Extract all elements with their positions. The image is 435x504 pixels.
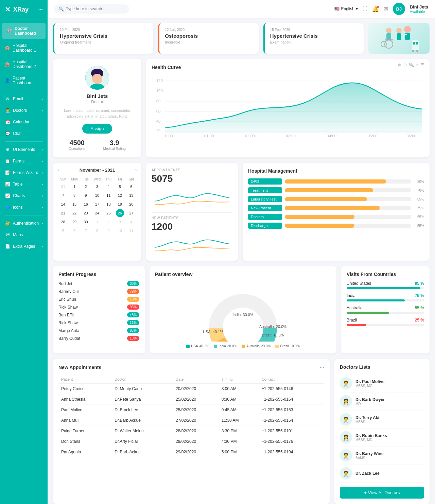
calendar-day[interactable]: 14 bbox=[59, 200, 67, 208]
calendar-day[interactable]: 9 bbox=[82, 191, 90, 199]
calendar-day[interactable]: 4 bbox=[104, 183, 112, 191]
auth-icon: 🔐 bbox=[5, 221, 10, 226]
calendar-day[interactable]: 3 bbox=[116, 218, 124, 226]
sidebar-item-label: Icons bbox=[13, 205, 23, 210]
patient-progress-row: Bud Jet 30% bbox=[58, 281, 139, 286]
calendar-day[interactable]: 7 bbox=[59, 191, 67, 199]
calendar-day[interactable]: 8 bbox=[70, 191, 79, 199]
sidebar-item-hospital-2[interactable]: 🏨 Hospital Dashboard 2 bbox=[0, 56, 48, 72]
mgmt-bar-bg bbox=[285, 179, 411, 184]
sidebar-item-doctor-dashboard[interactable]: 🏥 Doctor Dashboard bbox=[2, 23, 46, 39]
search-icon: 🔍 bbox=[58, 6, 64, 12]
message-button[interactable]: ✉ bbox=[384, 6, 388, 12]
calendar-day[interactable]: 26 bbox=[116, 209, 124, 217]
calendar-day[interactable]: 17 bbox=[93, 200, 101, 208]
calendar-day[interactable]: 25 bbox=[104, 209, 112, 217]
sidebar-item-maps[interactable]: 🗺 Maps bbox=[0, 229, 48, 241]
calendar-day[interactable]: 21 bbox=[59, 209, 67, 217]
calendar-next-button[interactable]: › bbox=[135, 168, 137, 173]
doctor-options-button[interactable]: ⋮ bbox=[420, 399, 424, 404]
sidebar-item-chat[interactable]: 💬 Chat bbox=[0, 128, 48, 139]
chart-option-3[interactable]: ⌂ bbox=[416, 63, 418, 67]
calendar-day[interactable]: 29 bbox=[70, 218, 79, 226]
calendar-day[interactable]: 10 bbox=[116, 227, 124, 235]
sidebar-item-doctors[interactable]: 👨‍⚕️ Doctors › bbox=[0, 105, 48, 116]
sidebar-item-patient-dashboard[interactable]: 👤 Patient Dashboard bbox=[0, 72, 48, 89]
calendar-day[interactable]: 13 bbox=[127, 191, 135, 199]
calendar-day[interactable]: 12 bbox=[116, 191, 124, 199]
country-pct: 25 % bbox=[415, 318, 424, 323]
calendar-day[interactable]: 1 bbox=[93, 218, 101, 226]
language-selector[interactable]: 🇺🇸 English ▾ bbox=[334, 6, 358, 11]
mgmt-bar-fill bbox=[285, 206, 380, 210]
mgmt-bar-row: New Patient 75% bbox=[248, 205, 424, 211]
chart-option-1[interactable]: ⊕ bbox=[398, 63, 401, 67]
calendar-day[interactable]: 16 bbox=[82, 200, 90, 208]
doctor-options-button[interactable]: ⋮ bbox=[420, 381, 424, 386]
sidebar-item-email[interactable]: ✉ Email › bbox=[0, 93, 48, 105]
calendar-day[interactable]: 4 bbox=[127, 218, 135, 226]
calendar-day[interactable]: 22 bbox=[70, 209, 79, 217]
calendar-day[interactable]: 31 bbox=[59, 183, 67, 191]
appointments-label: APPOINTMENTS bbox=[152, 168, 232, 172]
doctor-options-button[interactable]: ⋮ bbox=[420, 435, 424, 440]
hero-svg bbox=[372, 23, 426, 54]
calendar-day[interactable]: 3 bbox=[93, 183, 101, 191]
sidebar-item-table[interactable]: 📊 Table › bbox=[0, 178, 48, 190]
calendar-day[interactable]: 5 bbox=[59, 227, 67, 235]
calendar-day[interactable]: 7 bbox=[82, 227, 90, 235]
calendar-day[interactable]: 2 bbox=[104, 218, 112, 226]
doctor-options-button[interactable]: ⋮ bbox=[420, 471, 424, 476]
sidebar-item-charts[interactable]: 📈 Charts › bbox=[0, 190, 48, 202]
sidebar-item-forms-wizard[interactable]: 📝 Forms Wizard › bbox=[0, 167, 48, 178]
search-input[interactable] bbox=[66, 6, 120, 11]
calendar-day[interactable]: 19 bbox=[116, 200, 124, 208]
calendar-day[interactable]: 18 bbox=[104, 200, 112, 208]
calendar-day[interactable]: 8 bbox=[93, 227, 101, 235]
calendar-day[interactable]: 30 bbox=[82, 218, 90, 226]
appointments-dots-button[interactable]: ··· bbox=[320, 364, 324, 370]
profile-role: Doctor bbox=[60, 100, 135, 104]
appointments-doctors-row: New Appointments ··· Patient Doctor Date… bbox=[53, 359, 430, 504]
doctor-options-button[interactable]: ⋮ bbox=[420, 417, 424, 422]
sidebar-menu-dots[interactable]: ··· bbox=[38, 6, 43, 13]
calendar-prev-button[interactable]: ‹ bbox=[58, 168, 59, 173]
sidebar-item-calendar[interactable]: 📅 Calendar bbox=[0, 116, 48, 128]
calendar-day[interactable]: 27 bbox=[127, 209, 135, 217]
calendar-day[interactable]: 20 bbox=[127, 200, 135, 208]
calendar-day[interactable]: 11 bbox=[104, 191, 112, 199]
doctor-options-button[interactable]: ⋮ bbox=[420, 453, 424, 458]
sidebar-item-hospital-1[interactable]: 🏨 Hospital Dashboard 1 bbox=[0, 40, 48, 56]
chart-menu[interactable]: ☰ bbox=[420, 63, 424, 67]
sidebar-item-ui-elements[interactable]: ⚙ UI Elements › bbox=[0, 144, 48, 155]
calendar-day[interactable]: 5 bbox=[116, 183, 124, 191]
chart-zoom-in[interactable]: 🔍 bbox=[409, 63, 414, 67]
health-curve-title: Health Curve bbox=[152, 65, 181, 70]
calendar-day[interactable]: 6 bbox=[70, 227, 79, 235]
mgmt-pct: 55% bbox=[414, 215, 424, 219]
calendar-day[interactable]: 1 bbox=[70, 183, 79, 191]
assign-button[interactable]: Assign bbox=[82, 124, 112, 134]
svg-point-5 bbox=[385, 40, 393, 48]
doctor-item: 👨‍⚕️ Dr. Paul Molive MBBS, MO ⋮ bbox=[340, 375, 424, 393]
sidebar-item-authentication[interactable]: 🔐 Authentication › bbox=[0, 218, 48, 229]
calendar-day[interactable]: 9 bbox=[104, 227, 112, 235]
expand-button[interactable]: ⛶ bbox=[363, 6, 367, 12]
calendar-day[interactable]: 11 bbox=[127, 227, 135, 235]
chart-option-2[interactable]: ⊙ bbox=[403, 63, 407, 67]
sidebar-item-forms[interactable]: 📋 Forms › bbox=[0, 155, 48, 167]
maps-icon: 🗺 bbox=[5, 232, 10, 237]
calendar-day[interactable]: 24 bbox=[93, 209, 101, 217]
calendar-day[interactable]: 23 bbox=[82, 209, 90, 217]
svg-text:80: 80 bbox=[156, 99, 161, 103]
calendar-day[interactable]: 10 bbox=[93, 191, 101, 199]
calendar-day[interactable]: 28 bbox=[59, 218, 67, 226]
sidebar-item-icons[interactable]: 🔷 Icons › bbox=[0, 202, 48, 213]
calendar-day[interactable]: 2 bbox=[82, 183, 90, 191]
notification-button[interactable]: 🔔 bbox=[372, 6, 379, 12]
calendar-day[interactable]: 6 bbox=[127, 183, 135, 191]
sidebar-item-extra-pages[interactable]: 📄 Extra Pages › bbox=[0, 241, 48, 252]
patient-progress-row: Ben Effit +8% bbox=[58, 312, 139, 317]
calendar-day[interactable]: 15 bbox=[70, 200, 79, 208]
view-all-doctors-button[interactable]: + View All Doctors bbox=[340, 487, 424, 499]
